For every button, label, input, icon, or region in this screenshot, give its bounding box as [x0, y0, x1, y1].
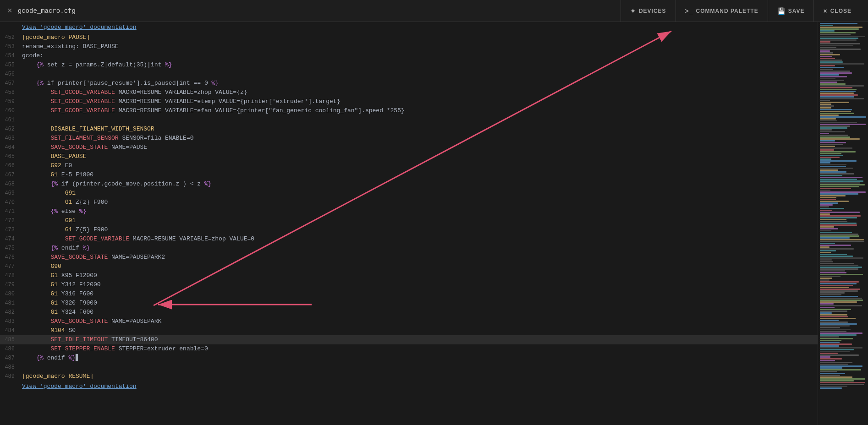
window-close-icon[interactable]: ×	[7, 6, 12, 16]
table-row: 488	[0, 363, 818, 372]
command-palette-icon: >_	[685, 7, 693, 15]
line-content: SAVE_GCODE_STATE NAME=PAUSEPARK2	[20, 253, 818, 262]
table-row: 482 G1 Y324 F600	[0, 308, 818, 317]
line-content: rename_existing: BASE_PAUSE	[20, 42, 818, 51]
line-number: 458	[0, 88, 20, 97]
line-content: SET_STEPPER_ENABLE STEPPER=extruder enab…	[20, 344, 818, 354]
table-row: 472 G91	[0, 216, 818, 225]
file-title: gcode_macro.cfg	[18, 7, 621, 15]
doc-link-top[interactable]: View 'gcode_macro' documentation	[20, 22, 818, 33]
line-content: [gcode_macro RESUME]	[20, 372, 818, 381]
save-label: SAVE	[788, 8, 805, 14]
line-content: {% endif %}▋	[20, 354, 818, 363]
table-row: 457 {% if printer['pause_resume'].is_pau…	[0, 79, 818, 88]
line-number: 468	[0, 180, 20, 189]
line-number: 473	[0, 225, 20, 234]
line-content: G1 Z{5} F900	[20, 225, 818, 234]
table-row: 470 G1 Z{z} F900	[0, 198, 818, 207]
minimap	[818, 22, 868, 425]
line-content: G1 X95 F12000	[20, 271, 818, 280]
doc-link-top-row: View 'gcode_macro' documentation	[0, 22, 818, 33]
line-content: G1 E-5 F1800	[20, 170, 818, 180]
table-row: 481 G1 Y320 F9000	[0, 299, 818, 308]
table-row: 478 G1 X95 F12000	[0, 271, 818, 280]
line-content: SAVE_GCODE_STATE NAME=PAUSEPARK	[20, 317, 818, 326]
line-number: 477	[0, 262, 20, 271]
line-number: 485	[0, 335, 20, 344]
table-row: 462 DISABLE_FILAMENT_WIDTH_SENSOR	[0, 125, 818, 134]
line-content: M104 S0	[20, 326, 818, 335]
line-number: 489	[0, 372, 20, 381]
line-content: DISABLE_FILAMENT_WIDTH_SENSOR	[20, 125, 818, 134]
line-content: G90	[20, 262, 818, 271]
line-content: SET_GCODE_VARIABLE MACRO=RESUME VARIABLE…	[20, 106, 818, 115]
line-content: G91	[20, 189, 818, 198]
table-row: 467 G1 E-5 F1800	[0, 170, 818, 180]
table-row: 466 G92 E0	[0, 161, 818, 170]
table-row: 459 SET_GCODE_VARIABLE MACRO=RESUME VARI…	[0, 97, 818, 106]
command-palette-label: COMMAND PALETTE	[696, 8, 758, 14]
line-number: 471	[0, 207, 20, 216]
table-row: 484 M104 S0	[0, 326, 818, 335]
table-row: 487 {% endif %}▋	[0, 354, 818, 363]
table-row: 454gcode:	[0, 51, 818, 60]
save-button[interactable]: 💾 SAVE	[768, 0, 814, 22]
line-number: 483	[0, 317, 20, 326]
table-row: 458 SET_GCODE_VARIABLE MACRO=RESUME VARI…	[0, 88, 818, 97]
line-content: G1 Y324 F600	[20, 308, 818, 317]
main-area: View 'gcode_macro' documentation 452[gco…	[0, 22, 868, 425]
doc-link-bottom[interactable]: View 'gcode_macro' documentation	[20, 381, 818, 392]
line-content: G92 E0	[20, 161, 818, 170]
line-content: {% if printer['pause_resume'].is_paused|…	[20, 79, 818, 88]
line-content: BASE_PAUSE	[20, 152, 818, 161]
table-row: 475 {% endif %}	[0, 244, 818, 253]
table-row: 471 {% else %}	[0, 207, 818, 216]
code-lines-container: 452[gcode_macro PAUSE]453rename_existing…	[0, 33, 818, 381]
line-number: 463	[0, 134, 20, 143]
devices-label: DEVICES	[639, 8, 666, 14]
line-number: 481	[0, 299, 20, 308]
line-content: G1 Y316 F600	[20, 289, 818, 299]
command-palette-button[interactable]: >_ COMMAND PALETTE	[676, 0, 768, 22]
line-content: {% if (printer.gcode_move.position.z ) <…	[20, 180, 818, 189]
table-row: 489[gcode_macro RESUME]	[0, 372, 818, 381]
table-row: 469 G91	[0, 189, 818, 198]
devices-button[interactable]: ✦ DEVICES	[621, 0, 676, 22]
table-row: 480 G1 Y316 F600	[0, 289, 818, 299]
line-number: 472	[0, 216, 20, 225]
line-content: SAVE_GCODE_STATE NAME=PAUSE	[20, 143, 818, 152]
code-editor[interactable]: View 'gcode_macro' documentation 452[gco…	[0, 22, 818, 425]
line-number: 464	[0, 143, 20, 152]
line-number: 460	[0, 106, 20, 115]
minimap-lines	[818, 22, 868, 390]
line-content: SET_FILAMENT_SENSOR SENSOR=fila ENABLE=0	[20, 134, 818, 143]
line-number: 469	[0, 189, 20, 198]
line-content: G1 Y320 F9000	[20, 299, 818, 308]
line-number: 474	[0, 234, 20, 244]
line-content: {% else %}	[20, 207, 818, 216]
table-row: 468 {% if (printer.gcode_move.position.z…	[0, 180, 818, 189]
table-row: 479 G1 Y312 F12000	[0, 280, 818, 289]
line-content: G1 Z{z} F900	[20, 198, 818, 207]
line-number: 461	[0, 115, 20, 125]
line-number: 465	[0, 152, 20, 161]
line-number: 487	[0, 354, 20, 363]
line-content: SET_GCODE_VARIABLE MACRO=RESUME VARIABLE…	[20, 88, 818, 97]
devices-icon: ✦	[630, 7, 636, 15]
line-number: 456	[0, 70, 20, 79]
line-number: 470	[0, 198, 20, 207]
code-scroll-area[interactable]: View 'gcode_macro' documentation 452[gco…	[0, 22, 818, 425]
close-button[interactable]: × CLOSE	[813, 0, 861, 22]
close-label: CLOSE	[830, 8, 852, 14]
table-row: 452[gcode_macro PAUSE]	[0, 33, 818, 42]
line-number: 453	[0, 42, 20, 51]
line-number: 457	[0, 79, 20, 88]
header-actions: ✦ DEVICES >_ COMMAND PALETTE 💾 SAVE × CL…	[621, 0, 861, 22]
table-row: 485 SET_IDLE_TIMEOUT TIMEOUT=86400	[0, 335, 818, 344]
line-number: 476	[0, 253, 20, 262]
table-row: 483 SAVE_GCODE_STATE NAME=PAUSEPARK	[0, 317, 818, 326]
line-content: G1 Y312 F12000	[20, 280, 818, 289]
line-number: 466	[0, 161, 20, 170]
table-row: 464 SAVE_GCODE_STATE NAME=PAUSE	[0, 143, 818, 152]
table-row: 463 SET_FILAMENT_SENSOR SENSOR=fila ENAB…	[0, 134, 818, 143]
